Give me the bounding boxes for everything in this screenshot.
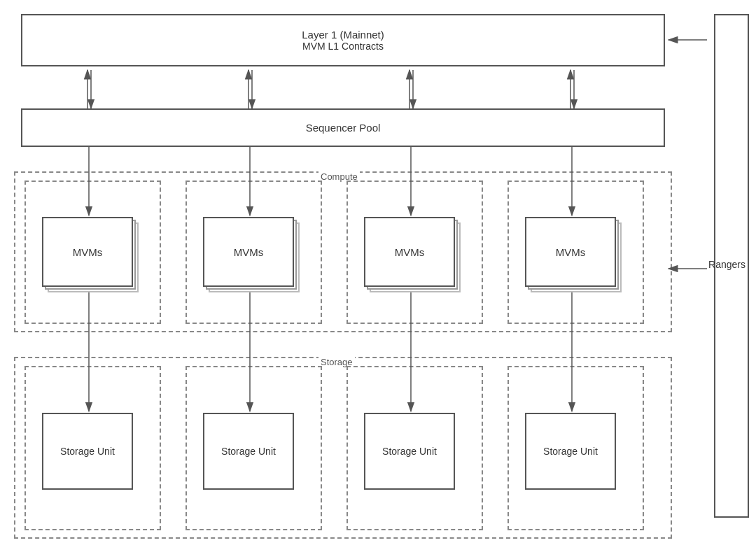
storage1-box: Storage Unit [42, 413, 133, 490]
layer1-box: Layer 1 (Mainnet) MVM L1 Contracts [21, 14, 665, 66]
mvm2-box: MVMs [203, 217, 294, 287]
mvm1-box: MVMs [42, 217, 133, 287]
storage3-label: Storage Unit [382, 446, 437, 457]
layer1-line2: MVM L1 Contracts [302, 41, 384, 52]
storage1-label: Storage Unit [60, 446, 115, 457]
mvm2-stack: MVMs [203, 217, 294, 287]
mvm4-box: MVMs [525, 217, 616, 287]
mvm2-label: MVMs [234, 246, 264, 258]
sequencer-box: Sequencer Pool [21, 108, 665, 147]
mvm3-label: MVMs [395, 246, 425, 258]
diagram-container: Layer 1 (Mainnet) MVM L1 Contracts Seque… [0, 0, 756, 559]
mvm3-box: MVMs [364, 217, 455, 287]
mvm3-stack: MVMs [364, 217, 455, 287]
mvm1-stack: MVMs [42, 217, 133, 287]
storage2-box: Storage Unit [203, 413, 294, 490]
mvm4-label: MVMs [556, 246, 586, 258]
sequencer-label: Sequencer Pool [306, 122, 381, 134]
storage2-label: Storage Unit [221, 446, 276, 457]
layer1-line1: Layer 1 (Mainnet) [302, 29, 384, 41]
mvm1-label: MVMs [73, 246, 103, 258]
storage3-box: Storage Unit [364, 413, 455, 490]
storage4-box: Storage Unit [525, 413, 616, 490]
storage4-label: Storage Unit [543, 446, 598, 457]
mvm4-stack: MVMs [525, 217, 616, 287]
rangers-label: Rangers [708, 259, 746, 270]
